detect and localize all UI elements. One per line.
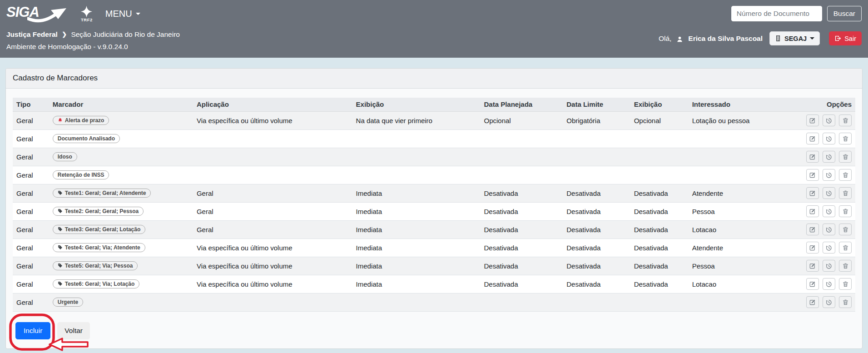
incluir-button[interactable]: Incluir [15,322,50,339]
cell-data-planejada: Desativada [481,220,563,239]
cell-interessado [689,129,800,148]
pencil-square-icon [809,244,816,251]
edit-button[interactable] [806,151,819,163]
delete-button[interactable] [839,242,852,254]
cell-tipo: Geral [13,220,49,239]
buscar-button[interactable]: Buscar [827,6,862,21]
cell-exibicao: Imediata [352,257,481,275]
badge-label: Retenção de INSS [58,172,104,178]
history-button[interactable] [823,114,835,126]
pencil-square-icon [809,208,816,215]
delete-button[interactable] [839,278,852,290]
cell-exibicao-2 [630,293,689,311]
cell-tipo: Geral [13,148,49,166]
delete-button[interactable] [839,151,852,163]
cell-data-planejada: Desativada [481,275,563,293]
trash-icon [842,226,849,233]
edit-button[interactable] [806,133,819,144]
org-selector-button[interactable]: SEGAJ [769,31,820,45]
clock-history-icon [825,244,832,251]
edit-button[interactable] [806,260,819,272]
cell-exibicao-2: Desativada [630,202,689,220]
badge-label: Teste2: Geral; Geral; Pessoa [65,209,139,214]
cell-exibicao [352,166,481,184]
delete-button[interactable] [839,114,852,126]
edit-button[interactable] [806,169,819,181]
cell-aplicacao: Via específica ou último volume [193,275,352,293]
cell-data-limite: Desativada [563,220,630,239]
edit-button[interactable] [806,278,819,290]
pencil-square-icon [809,226,816,233]
edit-button[interactable] [806,187,819,199]
cell-data-limite: Desativada [563,257,630,275]
delete-button[interactable] [839,296,852,308]
logout-button[interactable]: Sair [829,31,862,45]
delete-button[interactable] [839,224,852,235]
cell-aplicacao: Via específica ou último volume [193,257,352,275]
table-row: Geral Teste3: Geral; Geral; Lotação [13,220,855,239]
delete-button[interactable] [839,133,852,144]
cell-interessado [689,148,800,166]
cell-aplicacao: Geral [193,184,352,202]
history-button[interactable] [823,242,835,254]
clock-history-icon [825,117,832,124]
history-button[interactable] [823,296,835,308]
history-button[interactable] [823,278,835,290]
pencil-square-icon [809,281,816,288]
history-button[interactable] [823,224,835,235]
table-header-row: Tipo Marcador Aplicação Exibição Data Pl… [13,98,855,111]
voltar-button[interactable]: Voltar [57,322,90,339]
cell-data-planejada: Opcional [481,111,563,129]
logout-label: Sair [844,35,856,42]
document-number-input[interactable] [731,6,822,21]
cell-aplicacao [193,166,352,184]
trash-icon [842,244,849,251]
edit-button[interactable] [806,224,819,235]
edit-button[interactable] [806,296,819,308]
cell-exibicao-2: Opcional [630,111,689,129]
trash-icon [842,299,849,306]
table-row: Geral Documento Analisado [13,129,855,148]
chevron-down-icon [136,13,140,15]
cell-tipo: Geral [13,202,49,220]
siga-logo[interactable]: SIGA [6,3,68,24]
badge-label: Alerta de prazo [65,118,104,123]
cell-tipo: Geral [13,166,49,184]
menu-button[interactable]: MENU [105,9,140,19]
edit-button[interactable] [806,205,819,217]
history-button[interactable] [823,133,835,144]
pencil-square-icon [809,299,816,306]
cell-exibicao-2: Desativada [630,239,689,257]
cell-exibicao-2 [630,148,689,166]
cell-data-limite: Desativada [563,184,630,202]
cell-aplicacao: Geral [193,220,352,239]
cell-interessado [689,293,800,311]
cell-data-planejada: Desativada [481,239,563,257]
trf2-label: TRF2 [81,18,93,22]
tag-icon [58,245,63,250]
delete-button[interactable] [839,205,852,217]
cell-exibicao [352,129,481,148]
col-exibicao-2: Exibição [630,98,689,111]
form-actions: Incluir Voltar [15,322,848,339]
history-button[interactable] [823,151,835,163]
history-button[interactable] [823,260,835,272]
history-button[interactable] [823,205,835,217]
edit-button[interactable] [806,114,819,126]
table-row: Geral Urgente [13,293,855,311]
building-icon [775,35,781,42]
cell-exibicao-2 [630,129,689,148]
cell-data-limite [563,129,630,148]
history-button[interactable] [823,169,835,181]
cell-exibicao: Imediata [352,202,481,220]
table-row: Geral Teste1: Geral; Geral; Atendente [13,184,855,202]
history-button[interactable] [823,187,835,199]
delete-button[interactable] [839,260,852,272]
delete-button[interactable] [839,169,852,181]
delete-button[interactable] [839,187,852,199]
trash-icon [842,190,849,197]
cell-data-limite [563,293,630,311]
marker-badge: Teste3: Geral; Geral; Lotação [53,225,146,234]
edit-button[interactable] [806,242,819,254]
breadcrumb-root[interactable]: Justiça Federal [6,30,58,38]
